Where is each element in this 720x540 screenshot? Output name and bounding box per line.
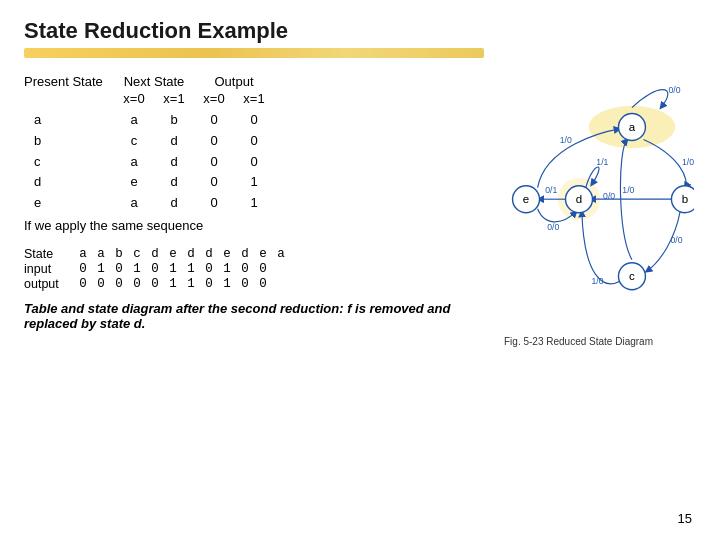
fig-caption: Fig. 5-23 Reduced State Diagram — [504, 336, 653, 347]
next-state-header: Next State — [114, 74, 194, 89]
table-body: a a b 0 0 b c d 0 0 c a d 0 0 d e — [24, 110, 451, 214]
table-row: c a d 0 0 — [24, 152, 451, 173]
table-row: b c d 0 0 — [24, 131, 451, 152]
seq-label: State — [24, 247, 74, 261]
main-content: Present State Next State Output x=0 x=1 … — [24, 74, 696, 347]
svg-text:c: c — [629, 270, 635, 282]
svg-text:0/0: 0/0 — [670, 235, 682, 245]
state-row: Stateaabcdeddedea — [24, 247, 451, 261]
next-subheader: x=0 x=1 — [114, 91, 194, 106]
same-sequence-text: If we apply the same sequence — [24, 218, 451, 233]
seq-cells: aabcdeddedea — [74, 247, 290, 261]
svg-text:e: e — [522, 193, 528, 205]
present-cell: a — [24, 110, 114, 131]
output-cells: 0 1 — [194, 193, 274, 214]
present-cell: b — [24, 131, 114, 152]
page-number: 15 — [678, 511, 692, 526]
present-cell: c — [24, 152, 114, 173]
table-row: e a d 0 1 — [24, 193, 451, 214]
next-cells: a d — [114, 152, 194, 173]
svg-text:d: d — [575, 193, 581, 205]
table-row: d e d 0 1 — [24, 172, 451, 193]
page: State Reduction Example Present State Ne… — [0, 0, 720, 540]
right-section: 0/0 1/0 0/0 1/0 0/0 1/0 0/1 — [461, 74, 696, 347]
svg-text:1/0: 1/0 — [559, 135, 571, 145]
output-cells: 0 0 — [194, 131, 274, 152]
seq-cells: 01010110100 — [74, 262, 290, 276]
output-cells: 0 0 — [194, 110, 274, 131]
svg-text:1/0: 1/0 — [591, 276, 603, 286]
seq-cells: 00000110100 — [74, 277, 290, 291]
page-title: State Reduction Example — [24, 18, 696, 44]
state-diagram: 0/0 1/0 0/0 1/0 0/0 1/0 0/1 — [464, 74, 694, 334]
svg-text:1/0: 1/0 — [682, 157, 694, 167]
table-header: Present State Next State Output — [24, 74, 451, 89]
italic-note: Table and state diagram after the second… — [24, 301, 451, 331]
next-cells: a b — [114, 110, 194, 131]
next-cells: c d — [114, 131, 194, 152]
svg-text:a: a — [628, 121, 635, 133]
output-subheader: x=0 x=1 — [194, 91, 274, 106]
output-row: output00000110100 — [24, 277, 451, 291]
output-cells: 0 1 — [194, 172, 274, 193]
next-cells: e d — [114, 172, 194, 193]
present-state-header: Present State — [24, 74, 114, 89]
subheader-row: x=0 x=1 x=0 x=1 — [24, 91, 451, 106]
output-header: Output — [194, 74, 274, 89]
seq-label: output — [24, 277, 74, 291]
svg-text:b: b — [681, 193, 687, 205]
output-cells: 0 0 — [194, 152, 274, 173]
svg-text:1/1: 1/1 — [596, 157, 608, 167]
present-cell: e — [24, 193, 114, 214]
left-section: Present State Next State Output x=0 x=1 … — [24, 74, 451, 347]
decorative-bar — [24, 48, 484, 58]
svg-text:0/0: 0/0 — [668, 85, 680, 95]
seq-label: input — [24, 262, 74, 276]
svg-text:1/0: 1/0 — [622, 185, 634, 195]
sequence-table: Stateaabcdeddedeainput01010110100output0… — [24, 247, 451, 291]
table-row: a a b 0 0 — [24, 110, 451, 131]
svg-text:0/0: 0/0 — [603, 191, 615, 201]
svg-text:0/1: 0/1 — [545, 185, 557, 195]
next-cells: a d — [114, 193, 194, 214]
svg-text:0/0: 0/0 — [547, 222, 559, 232]
present-cell: d — [24, 172, 114, 193]
input-row: input01010110100 — [24, 262, 451, 276]
